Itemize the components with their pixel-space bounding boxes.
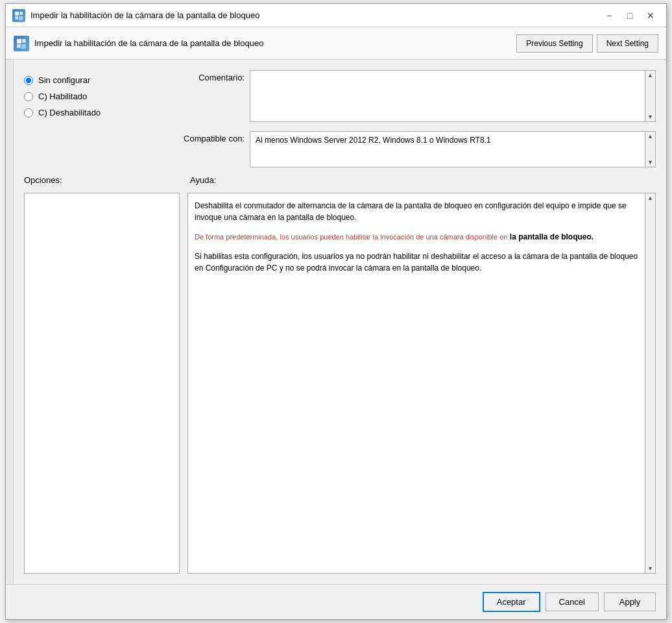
compatible-field-content: Al menos Windows Server 2012 R2, Windows… [250, 131, 656, 167]
help-para-3-text: Si habilitas esta configuración, los usu… [195, 252, 638, 273]
title-bar-left: Impedir la habilitación de la cámara de … [12, 9, 259, 22]
radio-disabled[interactable]: C) Deshabilitado [24, 108, 160, 117]
bottom-section: Deshabilita el conmutador de alternancia… [24, 193, 656, 574]
previous-setting-button[interactable]: Previous Setting [516, 34, 592, 53]
compatible-row: Compatible con: Al menos Windows Server … [160, 131, 656, 167]
minimize-button[interactable]: − [600, 8, 618, 23]
help-panel: Deshabilita el conmutador de alternancia… [187, 193, 656, 574]
radio-not-configured-input[interactable] [24, 76, 33, 85]
ayuda-label: Ayuda: [190, 175, 216, 185]
help-scrollbar[interactable]: ▲ ▼ [645, 193, 656, 574]
help-para-1-text: Deshabilita el conmutador de alternancia… [195, 201, 627, 222]
radio-disabled-label: C) Deshabilitado [38, 108, 101, 117]
title-bar: Impedir la habilitación de la cámara de … [6, 4, 666, 27]
radio-enabled-input[interactable] [24, 92, 33, 101]
svg-rect-6 [17, 44, 21, 48]
window-title: Impedir la habilitación de la cámara de … [30, 10, 259, 20]
radio-not-configured[interactable]: Sin configurar [24, 75, 160, 85]
ayuda-label-container: Ayuda: [190, 175, 656, 185]
window-controls: − □ ✕ [600, 8, 660, 23]
scroll-down-arrow-help[interactable]: ▼ [647, 565, 653, 572]
fields-section: Comentario: ▲ ▼ Compatible con: [160, 70, 656, 167]
help-content-wrapper: Deshabilita el conmutador de alternancia… [187, 193, 656, 574]
header-left: Impedir la habilitación de la cámara de … [14, 36, 263, 51]
header-bar: Impedir la habilitación de la cámara de … [6, 27, 666, 60]
svg-rect-5 [22, 39, 26, 43]
options-panel [24, 193, 180, 574]
svg-rect-0 [15, 12, 19, 16]
help-text-box: Deshabilita el conmutador de alternancia… [187, 193, 645, 574]
svg-rect-7 [21, 44, 26, 49]
compatible-scrollbar: ▲ ▼ [645, 131, 656, 167]
comentario-textarea[interactable] [250, 70, 645, 122]
svg-rect-1 [19, 12, 23, 15]
left-sidebar [6, 60, 14, 584]
svg-rect-4 [17, 39, 21, 43]
top-section: Sin configurar C) Habilitado C) Deshabil… [24, 70, 656, 167]
scroll-down-arrow-2: ▼ [647, 159, 653, 165]
scroll-up-arrow: ▲ [647, 72, 653, 79]
comentario-row: Comentario: ▲ ▼ [160, 70, 656, 122]
comentario-label: Comentario: [160, 70, 245, 82]
window-icon [12, 9, 25, 22]
opciones-label: Opciones: [24, 175, 62, 185]
header-icon [14, 36, 29, 51]
content-area: Sin configurar C) Habilitado C) Deshabil… [14, 60, 666, 584]
radio-disabled-input[interactable] [24, 108, 33, 117]
comentario-field-content: ▲ ▼ [250, 70, 656, 122]
scroll-up-arrow-2: ▲ [647, 133, 653, 140]
scroll-down-arrow: ▼ [647, 114, 653, 120]
svg-rect-2 [15, 16, 18, 19]
close-button[interactable]: ✕ [642, 8, 660, 23]
comentario-scrollbar: ▲ ▼ [645, 70, 656, 122]
next-setting-button[interactable]: Next Setting [597, 34, 658, 53]
svg-rect-3 [19, 16, 23, 20]
apply-button[interactable]: Apply [604, 592, 656, 611]
header-title: Impedir la habilitación de la cámara de … [34, 38, 263, 48]
help-para-2-small: De forma predeterminada, los usuarios pu… [195, 233, 507, 241]
compatible-label: Compatible con: [160, 131, 245, 143]
radio-enabled-label: C) Habilitado [38, 92, 87, 101]
maximize-button[interactable]: □ [621, 8, 639, 23]
main-window: Impedir la habilitación de la cámara de … [5, 3, 667, 620]
scroll-up-arrow-help[interactable]: ▲ [647, 195, 653, 201]
radio-enabled[interactable]: C) Habilitado [24, 92, 160, 101]
help-para-1: Deshabilita el conmutador de alternancia… [195, 200, 638, 223]
radio-group: Sin configurar C) Habilitado C) Deshabil… [24, 70, 160, 167]
section-labels-row: Opciones: Ayuda: [24, 175, 656, 185]
aceptar-button[interactable]: Aceptar [483, 592, 540, 612]
help-para-2: De forma predeterminada, los usuarios pu… [195, 231, 638, 243]
help-para-2-bold: la pantalla de bloqueo. [510, 232, 594, 241]
options-box [24, 193, 180, 574]
header-buttons: Previous Setting Next Setting [516, 34, 658, 53]
cancel-button[interactable]: Cancel [546, 592, 599, 611]
footer: Aceptar Cancel Apply [6, 584, 666, 619]
help-para-3: Si habilitas esta configuración, los usu… [195, 250, 638, 274]
radio-not-configured-label: Sin configurar [38, 75, 90, 85]
compatible-value: Al menos Windows Server 2012 R2, Windows… [250, 131, 645, 167]
opciones-label-container: Opciones: [24, 175, 180, 185]
